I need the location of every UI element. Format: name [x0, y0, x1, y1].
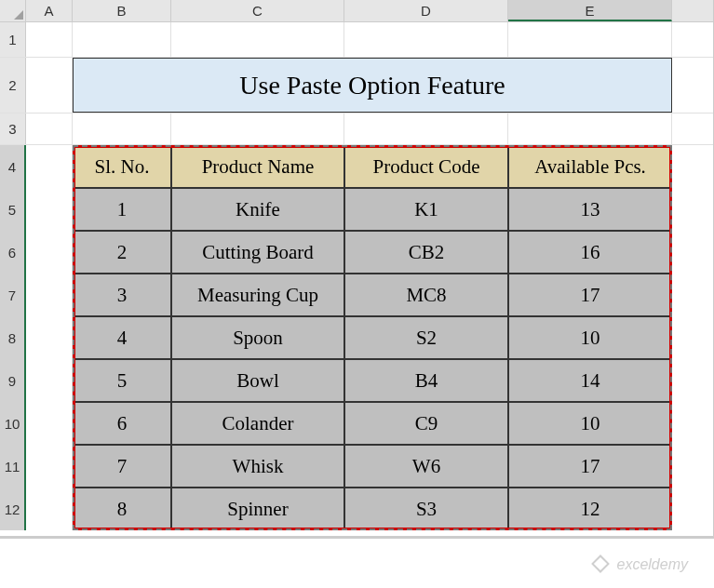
row-1: 1	[0, 22, 713, 58]
cell-b1[interactable]	[73, 22, 171, 57]
cell-a9[interactable]	[26, 359, 73, 402]
cell-a11[interactable]	[26, 445, 73, 488]
table-cell-pcs[interactable]: 13	[508, 188, 672, 231]
row-3: 3	[0, 114, 713, 145]
cell-a1[interactable]	[26, 22, 73, 57]
watermark-text: exceldemy	[617, 556, 688, 572]
table-cell-name[interactable]: Knife	[171, 188, 344, 231]
table-cell-sl[interactable]: 8	[73, 488, 171, 530]
table-cell-pcs[interactable]: 17	[508, 445, 672, 488]
table-cell-sl[interactable]: 4	[73, 316, 171, 359]
table-cell-name[interactable]: Colander	[171, 402, 344, 445]
cell-a5[interactable]	[26, 188, 73, 231]
row-header-2[interactable]: 2	[0, 58, 26, 113]
bottom-divider	[0, 536, 713, 539]
cell-e3[interactable]	[508, 114, 672, 144]
row-12: 12 8 Spinner S3 12	[0, 488, 713, 530]
table-header-name[interactable]: Product Name	[171, 145, 344, 188]
cell-b3[interactable]	[73, 114, 171, 144]
cell-a3[interactable]	[26, 114, 73, 144]
row-4: 4 Sl. No. Product Name Product Code Avai…	[0, 145, 713, 188]
table-cell-sl[interactable]: 3	[73, 274, 171, 316]
cell-a6[interactable]	[26, 231, 73, 274]
table-cell-name[interactable]: Bowl	[171, 359, 344, 402]
row-9: 9 5 Bowl B4 14	[0, 359, 713, 402]
table-cell-pcs[interactable]: 12	[508, 488, 672, 530]
row-header-8[interactable]: 8	[0, 316, 26, 359]
table-cell-pcs[interactable]: 14	[508, 359, 672, 402]
cell-e1[interactable]	[508, 22, 672, 57]
row-header-3[interactable]: 3	[0, 114, 26, 144]
table-cell-sl[interactable]: 7	[73, 445, 171, 488]
table-cell-name[interactable]: Spinner	[171, 488, 344, 530]
column-header-row: A B C D E	[0, 0, 713, 22]
col-header-d[interactable]: D	[344, 0, 508, 21]
table-cell-sl[interactable]: 5	[73, 359, 171, 402]
row-header-5[interactable]: 5	[0, 188, 26, 231]
row-header-12[interactable]: 12	[0, 488, 26, 530]
table-cell-name[interactable]: Spoon	[171, 316, 344, 359]
watermark: exceldemy	[594, 556, 688, 573]
cell-a7[interactable]	[26, 274, 73, 316]
table-header-pcs[interactable]: Available Pcs.	[508, 145, 672, 188]
table-cell-code[interactable]: K1	[344, 188, 508, 231]
table-cell-name[interactable]: Cutting Board	[171, 231, 344, 274]
table-cell-code[interactable]: B4	[344, 359, 508, 402]
table-cell-name[interactable]: Measuring Cup	[171, 274, 344, 316]
table-cell-name[interactable]: Whisk	[171, 445, 344, 488]
row-header-9[interactable]: 9	[0, 359, 26, 402]
row-7: 7 3 Measuring Cup MC8 17	[0, 274, 713, 316]
select-all-corner[interactable]	[0, 0, 26, 21]
table-cell-code[interactable]: MC8	[344, 274, 508, 316]
col-header-b[interactable]: B	[73, 0, 171, 21]
table-header-code[interactable]: Product Code	[344, 145, 508, 188]
row-header-11[interactable]: 11	[0, 445, 26, 488]
table-cell-code[interactable]: S3	[344, 488, 508, 530]
diamond-icon	[591, 555, 610, 573]
row-5: 5 1 Knife K1 13	[0, 188, 713, 231]
col-header-c[interactable]: C	[171, 0, 344, 21]
row-8: 8 4 Spoon S2 10	[0, 316, 713, 359]
row-header-4[interactable]: 4	[0, 145, 26, 188]
row-header-7[interactable]: 7	[0, 274, 26, 316]
table-header-sl[interactable]: Sl. No.	[73, 145, 171, 188]
cell-d1[interactable]	[344, 22, 508, 57]
row-2: 2 Use Paste Option Feature	[0, 58, 713, 114]
table-cell-code[interactable]: C9	[344, 402, 508, 445]
table-cell-code[interactable]: S2	[344, 316, 508, 359]
col-header-a[interactable]: A	[26, 0, 73, 21]
table-cell-sl[interactable]: 1	[73, 188, 171, 231]
table-cell-sl[interactable]: 6	[73, 402, 171, 445]
row-header-1[interactable]: 1	[0, 22, 26, 57]
spreadsheet-grid: A B C D E 1 2 Use Paste Option Feature 3	[0, 0, 714, 539]
table-cell-sl[interactable]: 2	[73, 231, 171, 274]
row-10: 10 6 Colander C9 10	[0, 402, 713, 445]
table-cell-code[interactable]: W6	[344, 445, 508, 488]
row-header-6[interactable]: 6	[0, 231, 26, 274]
cell-a10[interactable]	[26, 402, 73, 445]
cell-c1[interactable]	[171, 22, 344, 57]
row-6: 6 2 Cutting Board CB2 16	[0, 231, 713, 274]
col-header-e[interactable]: E	[508, 0, 672, 21]
data-area: 4 Sl. No. Product Name Product Code Avai…	[0, 145, 713, 530]
title-cell[interactable]: Use Paste Option Feature	[73, 58, 672, 113]
cell-a12[interactable]	[26, 488, 73, 530]
row-header-10[interactable]: 10	[0, 402, 26, 445]
row-11: 11 7 Whisk W6 17	[0, 445, 713, 488]
table-cell-pcs[interactable]: 17	[508, 274, 672, 316]
table-cell-pcs[interactable]: 10	[508, 316, 672, 359]
cell-a4[interactable]	[26, 145, 73, 188]
cell-c3[interactable]	[171, 114, 344, 144]
table-cell-pcs[interactable]: 10	[508, 402, 672, 445]
table-cell-code[interactable]: CB2	[344, 231, 508, 274]
cell-a8[interactable]	[26, 316, 73, 359]
cell-a2[interactable]	[26, 58, 73, 113]
table-cell-pcs[interactable]: 16	[508, 231, 672, 274]
cell-d3[interactable]	[344, 114, 508, 144]
